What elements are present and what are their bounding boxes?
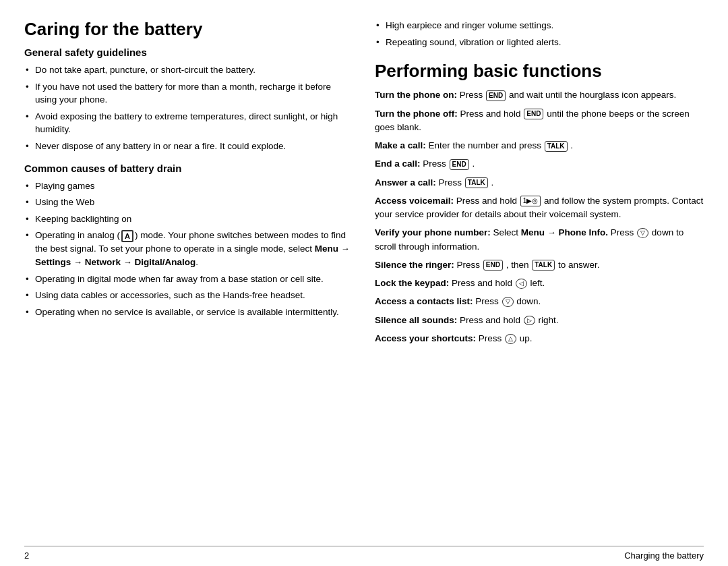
talk-icon: TALK xyxy=(532,260,555,271)
nav-icon: ▽ xyxy=(502,297,514,307)
section1-heading: General safety guidelines xyxy=(24,47,353,58)
list-item: Keeping backlighting on xyxy=(24,213,353,226)
func-end-call: End a call: Press END . xyxy=(375,157,704,171)
page-number: 2 xyxy=(24,550,29,561)
list-item: Playing games xyxy=(24,179,353,193)
page-footer: 2 Charging the battery xyxy=(0,546,728,566)
nav-icon: ◁ xyxy=(516,279,527,289)
func-lock-keypad: Lock the keypad: Press and hold ◁ left. xyxy=(375,277,704,290)
footer-section: Charging the battery xyxy=(624,550,704,561)
func-verify-number: Verify your phone number: Select Menu → … xyxy=(375,226,704,254)
func-voicemail: Access voicemail: Press and hold 1▶◎ and… xyxy=(375,194,704,222)
list-item: Operating when no service is available, … xyxy=(24,306,353,319)
func-answer-call: Answer a call: Press TALK . xyxy=(375,176,704,190)
end-icon: END xyxy=(486,90,506,101)
list-item: Avoid exposing the battery to extreme te… xyxy=(24,110,353,136)
func-shortcuts: Access your shortcuts: Press △ up. xyxy=(375,332,704,345)
left-title: Caring for the battery xyxy=(24,19,353,40)
talk-icon: TALK xyxy=(465,177,488,188)
end-icon: END xyxy=(450,159,469,170)
list-item: Operating in analog (A) mode. Your phone… xyxy=(24,229,353,268)
right-bullets: High earpiece and ringer volume settings… xyxy=(375,19,704,49)
func-turn-off: Turn the phone off: Press and hold END u… xyxy=(375,107,704,135)
right-column: High earpiece and ringer volume settings… xyxy=(375,19,704,532)
left-column: Caring for the battery General safety gu… xyxy=(24,19,353,532)
right-title: Performing basic functions xyxy=(375,61,704,82)
list-item: Do not take apart, puncture, or short-ci… xyxy=(24,63,353,77)
list-item: Using the Web xyxy=(24,196,353,209)
func-silence-sounds: Silence all sounds: Press and hold ▷ rig… xyxy=(375,314,704,327)
nav-icon: ▽ xyxy=(637,228,648,238)
list-item: Using data cables or accessories, such a… xyxy=(24,289,353,302)
func-turn-on: Turn the phone on: Press END and wait un… xyxy=(375,88,704,102)
list-item: Never dispose of any battery in or near … xyxy=(24,140,353,153)
vm-icon: 1▶◎ xyxy=(520,196,541,206)
section1-list: Do not take apart, puncture, or short-ci… xyxy=(24,63,353,152)
func-silence-ringer: Silence the ringer: Press END , then TAL… xyxy=(375,258,704,272)
list-item: Operating in digital mode when far away … xyxy=(24,273,353,286)
end-icon: END xyxy=(524,109,543,119)
list-item: High earpiece and ringer volume settings… xyxy=(375,19,704,32)
list-item: Repeating sound, vibration or lighted al… xyxy=(375,36,704,49)
nav-icon: ▷ xyxy=(524,316,535,326)
func-contacts: Access a contacts list: Press ▽ down. xyxy=(375,295,704,308)
section2-list: Playing games Using the Web Keeping back… xyxy=(24,179,353,319)
talk-icon: TALK xyxy=(545,141,568,152)
section2-heading: Common causes of battery drain xyxy=(24,163,353,174)
analog-icon: A xyxy=(121,230,133,242)
nav-icon: △ xyxy=(505,334,516,344)
end-icon: END xyxy=(483,260,503,271)
func-make-call: Make a call: Enter the number and press … xyxy=(375,139,704,152)
list-item: If you have not used the battery for mor… xyxy=(24,80,353,107)
